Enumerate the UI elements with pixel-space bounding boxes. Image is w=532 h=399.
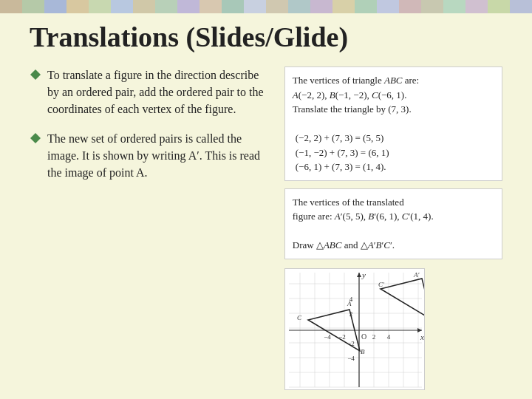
infobox2-line2: figure are: A′(5, 5), B′(6, 1), C′(1, 4)… <box>293 209 494 224</box>
border-seg-22 <box>466 0 488 13</box>
bullet-item-1: To translate a figure in the direction d… <box>30 66 270 118</box>
infobox2-line3: Draw △ABC and △A′B′C′. <box>293 238 494 253</box>
top-border <box>0 0 532 13</box>
border-seg-18 <box>377 0 399 13</box>
svg-text:−4: −4 <box>347 355 355 362</box>
right-column: The vertices of triangle ABC are: A(−2, … <box>284 66 502 390</box>
svg-text:y: y <box>361 270 366 279</box>
svg-marker-1 <box>30 133 41 143</box>
border-seg-6 <box>111 0 133 13</box>
border-seg-10 <box>200 0 222 13</box>
border-seg-13 <box>266 0 288 13</box>
border-seg-23 <box>488 0 510 13</box>
info-box-2: The vertices of the translated figure ar… <box>284 188 502 259</box>
svg-text:−4: −4 <box>324 333 331 341</box>
border-seg-12 <box>244 0 266 13</box>
border-seg-19 <box>399 0 421 13</box>
infobox1-line2: A(−2, 2), B(−1, −2), C(−6, 1). <box>293 88 494 103</box>
border-seg-3 <box>44 0 66 13</box>
border-seg-11 <box>222 0 244 13</box>
border-seg-24 <box>510 0 532 13</box>
border-seg-8 <box>155 0 177 13</box>
left-column: To translate a figure in the direction d… <box>30 66 270 390</box>
border-seg-4 <box>66 0 89 13</box>
border-seg-2 <box>22 0 44 13</box>
graph-box: x y O −4 −2 2 4 4 2 −2 −4 <box>284 268 425 390</box>
border-seg-9 <box>177 0 200 13</box>
border-seg-14 <box>288 0 310 13</box>
infobox1-calc1: (−2, 2) + (7, 3) = (5, 5) <box>296 131 494 146</box>
infobox1-line3: Translate the triangle by (7, 3). <box>293 102 494 117</box>
bullet-item-2: The new set of ordered pairs is called t… <box>30 130 270 182</box>
infobox1-calc3: (−6, 1) + (7, 3) = (1, 4). <box>296 160 494 174</box>
border-seg-20 <box>421 0 443 13</box>
bullet-diamond-2 <box>30 132 41 144</box>
border-seg-17 <box>355 0 377 13</box>
svg-text:−2: −2 <box>338 333 346 341</box>
bullet-text-2: The new set of ordered pairs is called t… <box>47 130 270 182</box>
svg-text:A′: A′ <box>413 271 420 279</box>
border-seg-1 <box>0 0 22 13</box>
content-area: Translations (Slides/Glide) To translate… <box>0 13 532 398</box>
bullet-text-1: To translate a figure in the direction d… <box>47 66 270 118</box>
main-layout: To translate a figure in the direction d… <box>30 66 502 390</box>
border-seg-16 <box>332 0 355 13</box>
info-box-1: The vertices of triangle ABC are: A(−2, … <box>284 66 502 181</box>
border-seg-7 <box>133 0 155 13</box>
infobox1-line1: The vertices of triangle ABC are: <box>293 73 494 88</box>
coordinate-graph: x y O −4 −2 2 4 4 2 −2 −4 <box>285 269 425 390</box>
page-title: Translations (Slides/Glide) <box>30 21 502 53</box>
svg-text:x: x <box>420 332 424 341</box>
border-seg-5 <box>89 0 111 13</box>
svg-text:C′: C′ <box>378 281 385 288</box>
svg-text:A: A <box>347 300 352 307</box>
svg-text:B: B <box>361 348 365 355</box>
svg-marker-0 <box>30 69 41 80</box>
border-seg-21 <box>443 0 466 13</box>
translated-label: translated <box>366 197 404 208</box>
svg-text:4: 4 <box>387 333 391 341</box>
svg-text:2: 2 <box>372 333 376 341</box>
svg-text:O: O <box>361 332 366 341</box>
svg-text:C: C <box>297 314 302 321</box>
infobox1-abc: ABC <box>384 75 403 86</box>
bullet-diamond-1 <box>30 69 41 81</box>
infobox2-line1: The vertices of the translated <box>293 195 494 210</box>
border-seg-15 <box>310 0 332 13</box>
infobox1-calc2: (−1, −2) + (7, 3) = (6, 1) <box>296 146 494 160</box>
